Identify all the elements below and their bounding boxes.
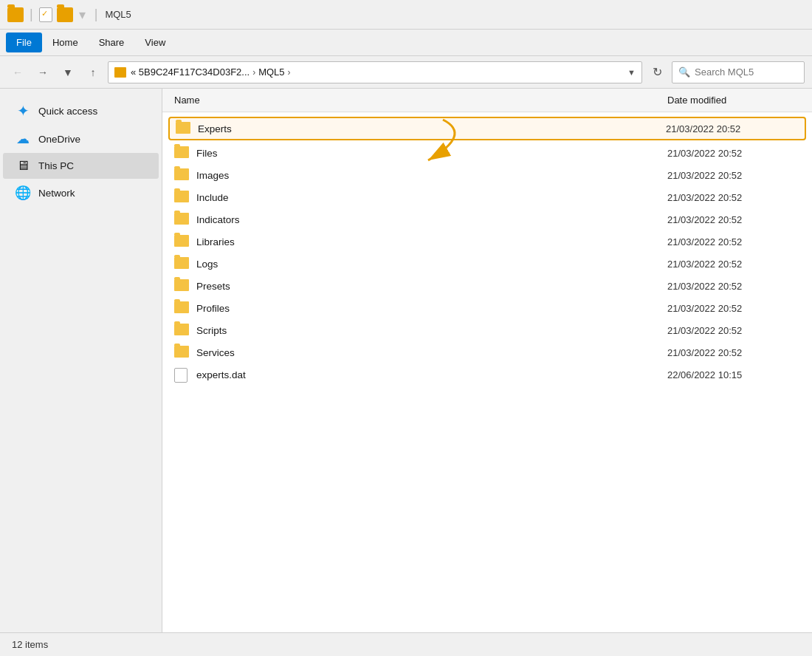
file-date-presets: 21/03/2022 20:52: [667, 281, 800, 292]
search-icon: 🔍: [678, 66, 690, 78]
file-row-include[interactable]: Include 21/03/2022 20:52: [162, 186, 812, 208]
file-row-services[interactable]: Services 21/03/2022 20:52: [162, 341, 812, 363]
this-pc-icon: 🖥: [15, 158, 31, 174]
folder-icon-include: [174, 191, 189, 204]
search-box[interactable]: 🔍: [672, 61, 805, 83]
address-box[interactable]: « 5B9C24F117C34D03F2... › MQL5 › ▼: [108, 61, 642, 83]
content-with-arrow: Experts 21/03/2022 20:52 Files 21/03/202…: [162, 112, 812, 389]
nav-up-button[interactable]: ↑: [83, 62, 103, 83]
address-folder-icon: [114, 67, 126, 78]
file-date-scripts: 21/03/2022 20:52: [667, 325, 800, 336]
title-bar-pipe: |: [94, 7, 98, 22]
sidebar-label-this-pc: This PC: [38, 160, 74, 171]
onedrive-icon: ☁: [15, 131, 31, 147]
sidebar-label-network: Network: [38, 188, 75, 199]
search-input[interactable]: [695, 66, 798, 78]
file-row-presets[interactable]: Presets 21/03/2022 20:52: [162, 275, 812, 297]
folder-icon-presets: [174, 279, 189, 293]
menu-bar: File Home Share View: [0, 30, 812, 56]
file-date-images: 21/03/2022 20:52: [667, 170, 800, 181]
sidebar-item-network[interactable]: 🌐 Network: [3, 180, 159, 206]
item-count: 12 items: [12, 639, 48, 650]
file-name-experts-dat: experts.dat: [196, 369, 660, 380]
file-date-files: 21/03/2022 20:52: [667, 148, 800, 159]
file-row-indicators[interactable]: Indicators 21/03/2022 20:52: [162, 208, 812, 230]
file-date-include: 21/03/2022 20:52: [667, 192, 800, 203]
file-row-files[interactable]: Files 21/03/2022 20:52: [162, 142, 812, 164]
nav-forward-button[interactable]: →: [32, 62, 53, 83]
nav-dropdown-button[interactable]: ▼: [58, 62, 78, 83]
status-bar: 12 items: [0, 632, 812, 656]
file-date-experts: 21/03/2022 20:52: [666, 123, 799, 134]
file-row-profiles[interactable]: Profiles 21/03/2022 20:52: [162, 297, 812, 319]
address-path1: « 5B9C24F117C34D03F2... › MQL5 ›: [131, 66, 291, 78]
address-chevron-icon[interactable]: ▼: [627, 68, 636, 77]
file-name-files: Files: [196, 148, 660, 159]
file-row-experts-dat[interactable]: experts.dat 22/06/2022 10:15: [162, 363, 812, 386]
file-name-logs: Logs: [196, 259, 660, 270]
file-date-libraries: 21/03/2022 20:52: [667, 236, 800, 247]
file-name-images: Images: [196, 170, 660, 181]
content-area: Name Date modified: [162, 89, 812, 632]
folder-icon-indicators: [174, 213, 189, 226]
file-row-images[interactable]: Images 21/03/2022 20:52: [162, 164, 812, 186]
file-icon-experts-dat: [174, 368, 189, 381]
folder-icon-services: [174, 346, 189, 359]
file-name-services: Services: [196, 347, 660, 358]
nav-back-button[interactable]: ←: [7, 62, 28, 83]
folder-icon-profiles: [174, 301, 189, 315]
title-bar: | ▾ | MQL5: [0, 0, 812, 30]
quick-access-icon: ✦: [15, 102, 31, 120]
folder-icon-libraries: [174, 235, 189, 248]
file-date-indicators: 21/03/2022 20:52: [667, 214, 800, 225]
sidebar-item-this-pc[interactable]: 🖥 This PC: [3, 153, 159, 179]
menu-file[interactable]: File: [6, 33, 42, 52]
address-sep2: ›: [288, 67, 291, 78]
file-name-scripts: Scripts: [196, 325, 660, 336]
file-row-logs[interactable]: Logs 21/03/2022 20:52: [162, 253, 812, 275]
sidebar-label-onedrive: OneDrive: [38, 134, 80, 145]
file-date-logs: 21/03/2022 20:52: [667, 259, 800, 270]
file-name-experts: Experts: [198, 123, 658, 134]
menu-share[interactable]: Share: [89, 33, 135, 52]
file-list: Experts 21/03/2022 20:52 Files 21/03/202…: [162, 112, 812, 389]
file-row-experts[interactable]: Experts 21/03/2022 20:52: [168, 117, 806, 140]
sidebar-item-quick-access[interactable]: ✦ Quick access: [3, 97, 159, 125]
sidebar-label-quick-access: Quick access: [38, 106, 97, 117]
file-row-scripts[interactable]: Scripts 21/03/2022 20:52: [162, 319, 812, 341]
title-bar-sep2: ▾: [79, 7, 86, 23]
file-date-profiles: 21/03/2022 20:52: [667, 303, 800, 314]
column-name-header[interactable]: Name: [174, 95, 667, 106]
menu-view[interactable]: View: [134, 33, 176, 52]
title-bar-sep: |: [30, 7, 33, 22]
taskbar-doc-icon: [39, 7, 52, 22]
folder-icon-logs: [174, 257, 189, 270]
folder-icon-images: [174, 168, 189, 182]
main-layout: ✦ Quick access ☁ OneDrive 🖥 This PC 🌐 Ne…: [0, 89, 812, 632]
refresh-button[interactable]: ↻: [647, 62, 667, 83]
folder-icon-scripts: [174, 324, 189, 337]
address-bar: ← → ▼ ↑ « 5B9C24F117C34D03F2... › MQL5 ›…: [0, 56, 812, 89]
address-sep1: ›: [252, 67, 255, 78]
file-name-indicators: Indicators: [196, 214, 660, 225]
window-title: MQL5: [105, 9, 131, 20]
file-name-profiles: Profiles: [196, 303, 660, 314]
column-headers: Name Date modified: [162, 89, 812, 112]
folder-icon-experts: [176, 122, 190, 135]
taskbar-folder-icon: [7, 7, 24, 22]
folder-icon-files: [174, 146, 189, 160]
file-name-libraries: Libraries: [196, 236, 660, 247]
title-bar-icons: | ▾: [7, 7, 87, 23]
network-icon: 🌐: [15, 185, 31, 201]
sidebar-item-onedrive[interactable]: ☁ OneDrive: [3, 126, 159, 152]
column-date-header[interactable]: Date modified: [667, 95, 800, 106]
taskbar-folder-icon2: [57, 7, 73, 22]
file-name-presets: Presets: [196, 281, 660, 292]
menu-home[interactable]: Home: [42, 33, 89, 52]
sidebar: ✦ Quick access ☁ OneDrive 🖥 This PC 🌐 Ne…: [0, 89, 162, 632]
file-name-include: Include: [196, 192, 660, 203]
file-date-services: 21/03/2022 20:52: [667, 347, 800, 358]
file-date-experts-dat: 22/06/2022 10:15: [667, 369, 800, 380]
file-row-libraries[interactable]: Libraries 21/03/2022 20:52: [162, 230, 812, 253]
